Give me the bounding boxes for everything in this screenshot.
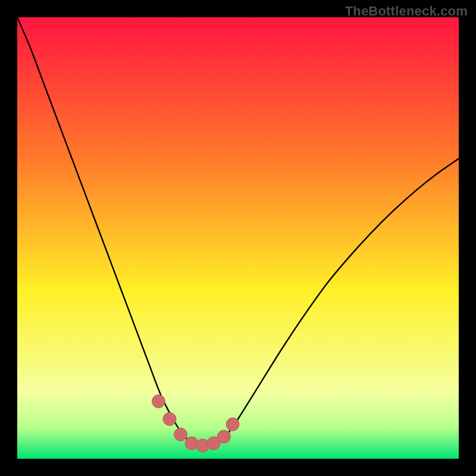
plot-area: [17, 17, 459, 459]
gradient-background: [17, 17, 459, 459]
marker-point: [163, 412, 176, 425]
watermark-text: TheBottleneck.com: [345, 4, 468, 19]
marker-point: [226, 418, 239, 431]
chart-stage: TheBottleneck.com: [0, 0, 476, 476]
marker-point: [217, 430, 230, 443]
marker-point: [152, 395, 165, 408]
marker-point: [174, 428, 187, 441]
bottleneck-chart: [17, 17, 459, 459]
